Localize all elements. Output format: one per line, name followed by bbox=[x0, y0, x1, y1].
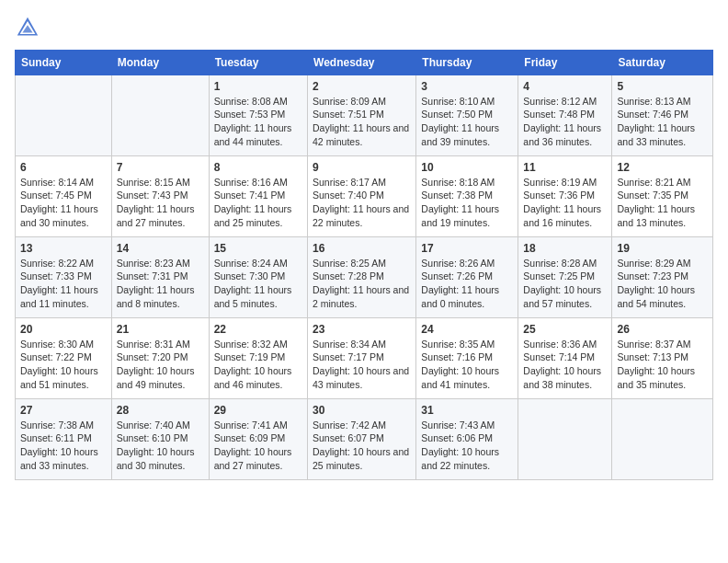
day-number: 17 bbox=[421, 241, 513, 257]
day-info: Sunrise: 8:35 AM Sunset: 7:16 PM Dayligh… bbox=[421, 338, 513, 392]
calendar-cell: 13Sunrise: 8:22 AM Sunset: 7:33 PM Dayli… bbox=[16, 237, 112, 318]
calendar-cell: 10Sunrise: 8:18 AM Sunset: 7:38 PM Dayli… bbox=[416, 156, 518, 237]
day-info: Sunrise: 8:34 AM Sunset: 7:17 PM Dayligh… bbox=[313, 338, 411, 392]
day-info: Sunrise: 8:14 AM Sunset: 7:45 PM Dayligh… bbox=[20, 176, 107, 230]
calendar-cell: 24Sunrise: 8:35 AM Sunset: 7:16 PM Dayli… bbox=[416, 318, 518, 399]
day-info: Sunrise: 8:24 AM Sunset: 7:30 PM Dayligh… bbox=[214, 257, 302, 311]
day-number: 3 bbox=[421, 79, 513, 95]
calendar-cell: 30Sunrise: 7:42 AM Sunset: 6:07 PM Dayli… bbox=[308, 399, 416, 480]
calendar-cell: 18Sunrise: 8:28 AM Sunset: 7:25 PM Dayli… bbox=[518, 237, 612, 318]
day-number: 25 bbox=[523, 322, 607, 338]
weekday-header: Wednesday bbox=[308, 51, 416, 75]
day-number: 7 bbox=[117, 160, 204, 176]
calendar-cell bbox=[16, 75, 112, 156]
day-info: Sunrise: 8:23 AM Sunset: 7:31 PM Dayligh… bbox=[117, 257, 204, 311]
day-info: Sunrise: 7:40 AM Sunset: 6:10 PM Dayligh… bbox=[117, 419, 204, 473]
calendar-cell: 31Sunrise: 7:43 AM Sunset: 6:06 PM Dayli… bbox=[416, 399, 518, 480]
weekday-header: Saturday bbox=[612, 51, 713, 75]
calendar-cell: 17Sunrise: 8:26 AM Sunset: 7:26 PM Dayli… bbox=[416, 237, 518, 318]
day-number: 11 bbox=[523, 160, 607, 176]
day-info: Sunrise: 8:22 AM Sunset: 7:33 PM Dayligh… bbox=[20, 257, 107, 311]
day-number: 6 bbox=[20, 160, 107, 176]
calendar-cell: 21Sunrise: 8:31 AM Sunset: 7:20 PM Dayli… bbox=[111, 318, 209, 399]
day-number: 24 bbox=[421, 322, 513, 338]
calendar-week-row: 27Sunrise: 7:38 AM Sunset: 6:11 PM Dayli… bbox=[16, 399, 713, 480]
day-number: 1 bbox=[214, 79, 302, 95]
calendar-cell bbox=[518, 399, 612, 480]
calendar-cell: 11Sunrise: 8:19 AM Sunset: 7:36 PM Dayli… bbox=[518, 156, 612, 237]
day-info: Sunrise: 8:17 AM Sunset: 7:40 PM Dayligh… bbox=[313, 176, 411, 230]
day-number: 18 bbox=[523, 241, 607, 257]
weekday-header: Tuesday bbox=[209, 51, 307, 75]
day-info: Sunrise: 8:16 AM Sunset: 7:41 PM Dayligh… bbox=[214, 176, 302, 230]
day-info: Sunrise: 8:26 AM Sunset: 7:26 PM Dayligh… bbox=[421, 257, 513, 311]
day-info: Sunrise: 8:10 AM Sunset: 7:50 PM Dayligh… bbox=[421, 95, 513, 149]
day-info: Sunrise: 8:18 AM Sunset: 7:38 PM Dayligh… bbox=[421, 176, 513, 230]
calendar-cell: 16Sunrise: 8:25 AM Sunset: 7:28 PM Dayli… bbox=[308, 237, 416, 318]
weekday-header: Monday bbox=[111, 51, 209, 75]
day-number: 20 bbox=[20, 322, 107, 338]
day-number: 2 bbox=[313, 79, 411, 95]
day-number: 23 bbox=[313, 322, 411, 338]
day-info: Sunrise: 7:42 AM Sunset: 6:07 PM Dayligh… bbox=[313, 419, 411, 473]
day-info: Sunrise: 8:32 AM Sunset: 7:19 PM Dayligh… bbox=[214, 338, 302, 392]
calendar-cell: 5Sunrise: 8:13 AM Sunset: 7:46 PM Daylig… bbox=[612, 75, 713, 156]
calendar-cell: 29Sunrise: 7:41 AM Sunset: 6:09 PM Dayli… bbox=[209, 399, 307, 480]
day-info: Sunrise: 8:15 AM Sunset: 7:43 PM Dayligh… bbox=[117, 176, 204, 230]
day-number: 12 bbox=[617, 160, 708, 176]
day-number: 29 bbox=[214, 403, 302, 419]
day-info: Sunrise: 7:43 AM Sunset: 6:06 PM Dayligh… bbox=[421, 419, 513, 473]
calendar-cell: 2Sunrise: 8:09 AM Sunset: 7:51 PM Daylig… bbox=[308, 75, 416, 156]
weekday-header: Thursday bbox=[416, 51, 518, 75]
day-info: Sunrise: 8:25 AM Sunset: 7:28 PM Dayligh… bbox=[313, 257, 411, 311]
day-info: Sunrise: 8:29 AM Sunset: 7:23 PM Dayligh… bbox=[617, 257, 708, 311]
calendar-cell: 23Sunrise: 8:34 AM Sunset: 7:17 PM Dayli… bbox=[308, 318, 416, 399]
day-number: 27 bbox=[20, 403, 107, 419]
day-info: Sunrise: 8:09 AM Sunset: 7:51 PM Dayligh… bbox=[313, 95, 411, 149]
calendar-table: SundayMondayTuesdayWednesdayThursdayFrid… bbox=[15, 50, 713, 480]
day-number: 31 bbox=[421, 403, 513, 419]
calendar-cell bbox=[612, 399, 713, 480]
calendar-week-row: 20Sunrise: 8:30 AM Sunset: 7:22 PM Dayli… bbox=[16, 318, 713, 399]
day-number: 28 bbox=[117, 403, 204, 419]
calendar-cell: 26Sunrise: 8:37 AM Sunset: 7:13 PM Dayli… bbox=[612, 318, 713, 399]
day-info: Sunrise: 8:30 AM Sunset: 7:22 PM Dayligh… bbox=[20, 338, 107, 392]
day-info: Sunrise: 8:13 AM Sunset: 7:46 PM Dayligh… bbox=[617, 95, 708, 149]
weekday-header: Friday bbox=[518, 51, 612, 75]
day-info: Sunrise: 8:37 AM Sunset: 7:13 PM Dayligh… bbox=[617, 338, 708, 392]
calendar-cell: 8Sunrise: 8:16 AM Sunset: 7:41 PM Daylig… bbox=[209, 156, 307, 237]
calendar-cell: 12Sunrise: 8:21 AM Sunset: 7:35 PM Dayli… bbox=[612, 156, 713, 237]
calendar-week-row: 1Sunrise: 8:08 AM Sunset: 7:53 PM Daylig… bbox=[16, 75, 713, 156]
logo-icon bbox=[15, 15, 40, 40]
calendar-cell: 14Sunrise: 8:23 AM Sunset: 7:31 PM Dayli… bbox=[111, 237, 209, 318]
calendar-cell: 7Sunrise: 8:15 AM Sunset: 7:43 PM Daylig… bbox=[111, 156, 209, 237]
day-info: Sunrise: 7:41 AM Sunset: 6:09 PM Dayligh… bbox=[214, 419, 302, 473]
day-number: 30 bbox=[313, 403, 411, 419]
calendar-cell: 3Sunrise: 8:10 AM Sunset: 7:50 PM Daylig… bbox=[416, 75, 518, 156]
day-number: 13 bbox=[20, 241, 107, 257]
calendar-cell: 27Sunrise: 7:38 AM Sunset: 6:11 PM Dayli… bbox=[16, 399, 112, 480]
calendar-cell: 28Sunrise: 7:40 AM Sunset: 6:10 PM Dayli… bbox=[111, 399, 209, 480]
day-number: 19 bbox=[617, 241, 708, 257]
calendar-cell: 19Sunrise: 8:29 AM Sunset: 7:23 PM Dayli… bbox=[612, 237, 713, 318]
calendar-cell: 4Sunrise: 8:12 AM Sunset: 7:48 PM Daylig… bbox=[518, 75, 612, 156]
calendar-cell: 9Sunrise: 8:17 AM Sunset: 7:40 PM Daylig… bbox=[308, 156, 416, 237]
day-info: Sunrise: 8:28 AM Sunset: 7:25 PM Dayligh… bbox=[523, 257, 607, 311]
day-number: 5 bbox=[617, 79, 708, 95]
page-header bbox=[15, 15, 713, 40]
day-info: Sunrise: 8:21 AM Sunset: 7:35 PM Dayligh… bbox=[617, 176, 708, 230]
day-info: Sunrise: 8:08 AM Sunset: 7:53 PM Dayligh… bbox=[214, 95, 302, 149]
weekday-header-row: SundayMondayTuesdayWednesdayThursdayFrid… bbox=[16, 51, 713, 75]
day-number: 4 bbox=[523, 79, 607, 95]
calendar-cell: 1Sunrise: 8:08 AM Sunset: 7:53 PM Daylig… bbox=[209, 75, 307, 156]
day-info: Sunrise: 8:31 AM Sunset: 7:20 PM Dayligh… bbox=[117, 338, 204, 392]
day-number: 16 bbox=[313, 241, 411, 257]
day-number: 15 bbox=[214, 241, 302, 257]
day-number: 26 bbox=[617, 322, 708, 338]
calendar-cell: 6Sunrise: 8:14 AM Sunset: 7:45 PM Daylig… bbox=[16, 156, 112, 237]
day-info: Sunrise: 7:38 AM Sunset: 6:11 PM Dayligh… bbox=[20, 419, 107, 473]
day-info: Sunrise: 8:19 AM Sunset: 7:36 PM Dayligh… bbox=[523, 176, 607, 230]
day-number: 8 bbox=[214, 160, 302, 176]
logo bbox=[15, 15, 44, 40]
calendar-cell: 15Sunrise: 8:24 AM Sunset: 7:30 PM Dayli… bbox=[209, 237, 307, 318]
